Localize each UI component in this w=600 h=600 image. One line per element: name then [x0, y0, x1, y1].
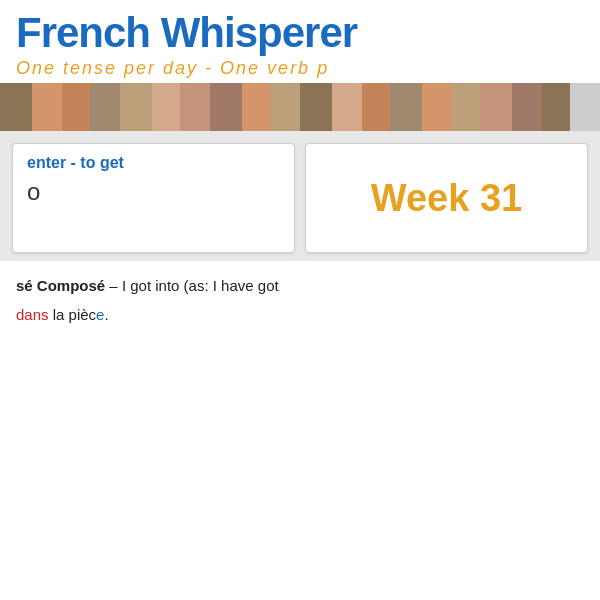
- card-left-title: enter - to get: [27, 154, 280, 172]
- avatar: [270, 83, 300, 131]
- bottom-line-1: sé Composé – I got into (as: I have got: [16, 275, 584, 298]
- cards-row: enter - to get o Week 31: [0, 131, 600, 261]
- bottom-dans: dans la pièce.: [16, 306, 109, 323]
- avatar: [480, 83, 512, 131]
- header: French Whisperer One tense per day - One…: [0, 0, 600, 83]
- avatar: [152, 83, 180, 131]
- card-left-content: o: [27, 178, 280, 206]
- avatar: [0, 83, 32, 131]
- avatar: [512, 83, 542, 131]
- avatar: [362, 83, 390, 131]
- avatar: [180, 83, 210, 131]
- avatar: [332, 83, 362, 131]
- avatar: [542, 83, 570, 131]
- avatar: [452, 83, 480, 131]
- bottom-text: sé Composé – I got into (as: I have got …: [0, 261, 600, 600]
- avatar: [390, 83, 422, 131]
- avatar: [422, 83, 452, 131]
- app-container: French Whisperer One tense per day - One…: [0, 0, 600, 600]
- avatar: [242, 83, 270, 131]
- bottom-prefix-1: sé Composé – I got into (as: I have got: [16, 277, 279, 294]
- avatar: [300, 83, 332, 131]
- avatar: [32, 83, 62, 131]
- bottom-line-2: dans la pièce.: [16, 304, 584, 327]
- card-left-text: o: [27, 178, 40, 205]
- card-right: Week 31: [305, 143, 588, 253]
- week-label: Week 31: [371, 177, 522, 220]
- avatar: [210, 83, 242, 131]
- card-left: enter - to get o: [12, 143, 295, 253]
- main-title: French Whisperer: [16, 10, 584, 56]
- avatar: [120, 83, 152, 131]
- subtitle: One tense per day - One verb p: [16, 58, 584, 79]
- avatar: [62, 83, 90, 131]
- avatar: [90, 83, 120, 131]
- avatar-strip: [0, 83, 600, 131]
